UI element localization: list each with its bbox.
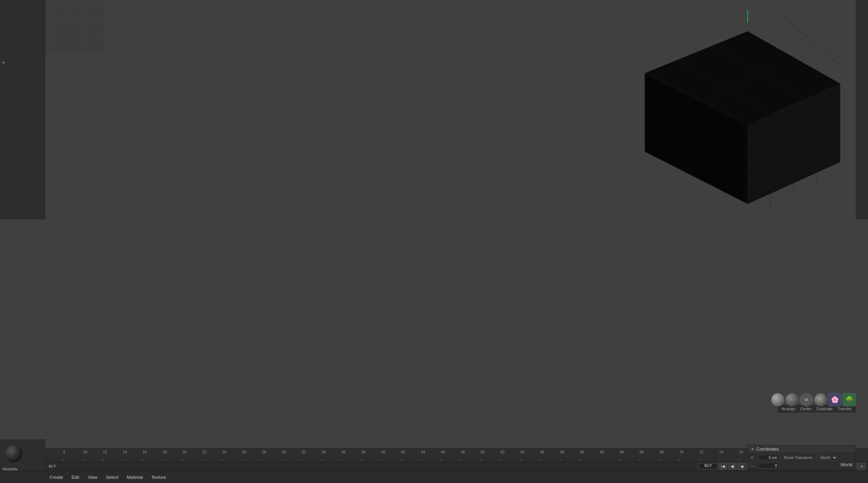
ruler-tick-38: 38 [361, 450, 365, 454]
ruler-tick-28: 28 [262, 450, 266, 454]
ruler-tick-36: 36 [341, 450, 346, 454]
coords-row-x: X Reset Transform World Local [748, 453, 855, 462]
menu-edit[interactable]: Edit [67, 471, 83, 483]
end-frame-btn2[interactable]: |◀ [719, 463, 727, 470]
ruler-tick-60: 60 [580, 450, 584, 454]
ruler-tick-72: 72 [699, 450, 703, 454]
menu-bar-left: Create Edit View Select Material Texture [45, 471, 170, 483]
ruler-tick-64: 64 [620, 450, 624, 454]
ruler-tick-44: 44 [421, 450, 425, 454]
ruler-tick-24: 24 [222, 450, 226, 454]
ruler-tick-42: 42 [401, 450, 405, 454]
mat-preview-tree[interactable]: 🌳 [843, 393, 856, 406]
ruler-tick-8: 8 [63, 450, 65, 454]
ruler-tick-50: 50 [481, 450, 485, 454]
mat-preview-flat[interactable] [785, 393, 799, 406]
ruler-tick-14: 14 [123, 450, 127, 454]
coordinates-panel: ✕ Coordinates X Reset Transform World Lo… [748, 445, 856, 470]
mat-preview-mix[interactable]: M [800, 393, 813, 406]
material-preview-bar: M 🌸 🌳 [771, 393, 856, 406]
reset-transform-btn[interactable]: Reset Transform [781, 455, 815, 460]
prev-frame-btn[interactable]: ◀| [728, 463, 737, 470]
prev-play-btn[interactable]: ◀ [738, 463, 746, 470]
ruler-tick-10: 10 [83, 450, 87, 454]
menu-bar: MetalMa Create Edit View Select Material… [0, 471, 868, 483]
right-panel [856, 0, 868, 220]
menu-create[interactable]: Create [45, 471, 67, 483]
ruler-tick-76: 76 [739, 450, 743, 454]
coords-header: ✕ Coordinates [748, 445, 855, 453]
ruler-tick-30: 30 [282, 450, 286, 454]
mat-preview-sphere2[interactable] [814, 393, 827, 406]
ruler-tick-20: 20 [182, 450, 187, 454]
ruler-tick-46: 46 [441, 450, 445, 454]
arrange-btn[interactable]: Arrange [780, 406, 797, 412]
ruler-tick-66: 66 [640, 450, 644, 454]
ruler-numbers: 2468101214161820222426283032343638404244… [0, 449, 868, 462]
plus-icon[interactable]: + [2, 59, 6, 67]
transfer-btn[interactable]: Transfer [836, 406, 853, 412]
left-panel [0, 0, 45, 220]
end-frame-input[interactable]: 90 F [699, 463, 718, 469]
coords-close-btn[interactable]: ✕ [751, 447, 754, 452]
ruler-tick-18: 18 [163, 450, 167, 454]
ruler-tick-32: 32 [302, 450, 306, 454]
ruler-tick-12: 12 [103, 450, 107, 454]
ruler-tick-22: 22 [202, 450, 206, 454]
menu-select[interactable]: Select [101, 471, 122, 483]
materials-panel: MetalMa [0, 439, 45, 471]
material-name: MetalMa [0, 467, 45, 471]
ruler-tick-48: 48 [461, 450, 465, 454]
menu-texture[interactable]: Texture [147, 471, 171, 483]
ruler-tick-58: 58 [560, 450, 564, 454]
y-input[interactable] [758, 463, 779, 468]
cube-3d [610, 10, 854, 213]
menu-material[interactable]: Material [123, 471, 147, 483]
ruler-tick-52: 52 [500, 450, 505, 454]
y-indicator: — [751, 463, 756, 468]
ruler-tick-70: 70 [679, 450, 684, 454]
ruler-tick-56: 56 [540, 450, 544, 454]
center-btn[interactable]: Center [799, 406, 813, 412]
ruler-tick-54: 54 [520, 450, 524, 454]
extra-btn[interactable]: ≡ [858, 463, 866, 470]
mat-preview-flower[interactable]: 🌸 [828, 393, 841, 406]
duplicate-btn[interactable]: Duplicate [815, 406, 834, 412]
world-dropdown[interactable]: World Local [817, 454, 838, 461]
material-thumbnail[interactable] [5, 445, 22, 462]
x-label: X [751, 455, 756, 460]
end-frame-display: 90 F [47, 464, 58, 468]
world-label: World [840, 462, 852, 467]
mat-preview-sphere[interactable] [771, 393, 784, 406]
ruler-tick-62: 62 [600, 450, 604, 454]
transport-bar: 0 F ▶ ‖ 90 F 90 F |◀ ◀| ◀ ▐▌ ▶ ▶| |▶▶ ▶|… [0, 461, 868, 471]
viewport: + [0, 0, 868, 448]
ruler-tick-16: 16 [143, 450, 147, 454]
ruler-tick-68: 68 [659, 450, 664, 454]
timeline-ruler: 2468101214161820222426283032343638404244… [0, 448, 868, 462]
ruler-tick-40: 40 [381, 450, 385, 454]
ruler-tick-74: 74 [719, 450, 723, 454]
menu-view[interactable]: View [83, 471, 101, 483]
ruler-tick-26: 26 [242, 450, 246, 454]
x-input[interactable] [758, 455, 779, 460]
ruler-tick-34: 34 [322, 450, 326, 454]
coords-title: Coordinates [756, 447, 853, 452]
